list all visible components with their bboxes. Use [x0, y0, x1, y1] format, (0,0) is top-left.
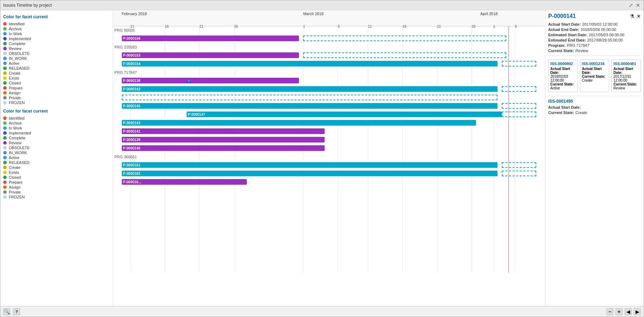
project-group-90026: PRG 90026 P-0000156 — [113, 26, 545, 43]
nav-right-button[interactable]: ▶ — [634, 308, 641, 315]
issue-card-title-902: ISS-0000902 — [550, 62, 576, 66]
issue-card-field-1-902: Actual Start Date: — [550, 67, 576, 75]
detail-label-est-start: Estimated Start Date: — [548, 33, 587, 37]
bar-p0000140[interactable]: P-0000140 — [122, 145, 325, 151]
legend-group-1: IdentifiedArchiveIn WorkImplementedCompl… — [3, 21, 110, 105]
bar-p0000142-dashed — [502, 86, 536, 92]
issue-label-1-481: Actual Start Date: — [613, 67, 633, 75]
legend-label-in-work: In Work — [9, 32, 22, 36]
issue-value-date-481: 2017/12/31 12:00:00 — [613, 75, 631, 82]
detail-divider — [548, 56, 641, 56]
bar-p0000141[interactable]: P-0000141 — [122, 128, 325, 134]
legend-dot-archive — [3, 121, 7, 125]
issue-card-902[interactable]: ISS-0000902 Actual Start Date: 2018/02/0… — [548, 59, 578, 92]
bar-p0000153[interactable]: P-0000153 — [122, 52, 299, 58]
detail-value-est-start: 2017/05/03 08:00:00 — [589, 33, 624, 37]
issue-card-481[interactable]: ISS-0000481 Actual Start Date: 2017/12/3… — [611, 59, 641, 92]
iss-1495-label-start: Actual Start Date: — [548, 105, 581, 109]
window-title: Issues Timeline by project — [3, 3, 52, 8]
detail-panel: P-0000141 ⚗ ✕ Actual Start Date: 2017/05… — [545, 10, 644, 306]
legend-dot-in_work — [3, 151, 7, 154]
legend-dot-obsolete — [3, 146, 7, 150]
filter-icon[interactable]: ⚗ — [630, 13, 634, 19]
milestone-dot-p138 — [187, 79, 190, 82]
iss-1495-title[interactable]: ISS-0001495 — [548, 99, 641, 104]
issue-label-1-1234: Actual Start Date: — [582, 67, 602, 75]
legend-dot-assign — [3, 91, 7, 95]
legend-item-implemented: Implemented — [3, 36, 110, 41]
search-button[interactable]: 🔍 — [3, 308, 10, 315]
bar-p0000154[interactable]: P-0000154 — [122, 61, 498, 66]
iss-1495-field-start: Actual Start Date: — [548, 105, 641, 109]
bar-dashed-empty-1 — [122, 95, 498, 100]
legend-dot-private — [3, 190, 7, 194]
legend-dot-closed — [3, 81, 7, 85]
issue-value-state-1234: Create — [582, 78, 593, 82]
legend-label-closed: Closed — [9, 81, 21, 85]
legend-dot-create — [3, 71, 7, 75]
timeline-header: February 2018 March 2018 April 2018 11 1… — [113, 10, 545, 26]
legend-item-assign: Assign — [3, 90, 110, 95]
legend-dot-active — [3, 62, 7, 65]
legend-item-active: Active — [3, 155, 110, 160]
issue-card-1234[interactable]: ISS-0001234 Actual Start Date: Current S… — [580, 59, 609, 92]
bar-p0000143[interactable]: P-0000143 — [122, 120, 476, 126]
legend-item-in_work: IN_WORK — [3, 150, 110, 155]
legend-item-exists: Exists — [3, 76, 110, 81]
detail-field-actual-end: Actual End Date: 2018/03/06 05:00:00 — [548, 27, 641, 32]
detail-divider-2 — [548, 96, 641, 96]
bar-p0000138[interactable]: P-0000138 — [122, 78, 299, 83]
legend-label-assign: Assign — [9, 185, 20, 189]
detail-controls: ⚗ ✕ — [630, 13, 641, 19]
chart-area: February 2018 March 2018 April 2018 11 1… — [113, 10, 545, 306]
bar-p0000161[interactable]: P-0000161 — [122, 162, 498, 168]
zoom-out-button[interactable]: − — [606, 308, 613, 315]
legend-label-frozen: FROZEN — [9, 101, 25, 105]
bar-p0000163[interactable]: P-000016... — [122, 179, 247, 185]
detail-field-est-end: Estimated End Date: 2017/08/28 05:00:00 — [548, 38, 641, 42]
legend-item-prepare: Prepare — [3, 180, 110, 185]
bar-p0000156-dashed — [303, 36, 506, 41]
chart-body[interactable]: PRG 90026 P-0000156 PRG 235583 P-0000153 — [113, 26, 545, 306]
bar-p0000147-dashed — [502, 112, 536, 117]
issue-card-title-481: ISS-0000481 — [613, 62, 639, 66]
close-button[interactable]: ✕ — [635, 2, 641, 8]
legend-item-in-work: In Work — [3, 31, 110, 36]
legend-item-exists: Exists — [3, 170, 110, 175]
detail-value-actual-start: 2017/05/02 12:00:00 — [582, 22, 618, 26]
issue-card-state-val-1234: Create — [582, 78, 607, 82]
detail-field-actual-start: Actual Start Date: 2017/05/02 12:00:00 — [548, 22, 641, 26]
bar-p0000142[interactable]: P-0000142 — [122, 86, 498, 92]
bar-row-p154: P-0000154 — [113, 59, 545, 68]
issue-card-title-1234: ISS-0001234 — [582, 62, 607, 66]
detail-close-icon[interactable]: ✕ — [637, 13, 641, 19]
legend-dot-obsolete — [3, 52, 7, 55]
bar-p0000162[interactable]: P-0000162 — [122, 171, 498, 176]
legend-dot-closed — [3, 176, 7, 179]
bar-row-p156: P-0000156 — [113, 34, 545, 43]
legend-dot-exists — [3, 171, 7, 174]
detail-label-est-end: Estimated End Date: — [548, 38, 586, 42]
bar-row-p153: P-0000153 — [113, 51, 545, 59]
maximize-button[interactable]: ⤢ — [628, 2, 634, 8]
bar-p0000156[interactable]: P-0000156 — [122, 36, 299, 41]
bar-row-p138: P-0000138 — [113, 76, 545, 85]
bar-row-p140: P-0000140 — [113, 144, 545, 152]
legend-item-obsolete: OBSOLETE — [3, 51, 110, 56]
help-button[interactable]: ? — [13, 308, 20, 315]
legend-label-prepare: Prepare — [9, 86, 23, 90]
bar-row-p145: P-0000145 — [113, 102, 545, 110]
nav-left-button[interactable]: ◀ — [625, 308, 632, 315]
issue-card-field-2-481: 2017/12/31 12:00:00 — [613, 75, 639, 82]
legend-item-obsolete: OBSOLETE — [3, 145, 110, 150]
legend-dot-identified — [3, 116, 7, 120]
legend-group-2: IdentifiedArchiveIn WorkImplementedCompl… — [3, 116, 110, 199]
bar-p0000139[interactable]: P-0000139 — [122, 137, 325, 142]
detail-header: P-0000141 ⚗ ✕ — [548, 13, 641, 19]
zoom-in-button[interactable]: + — [615, 308, 623, 315]
bar-p0000147[interactable]: P-0000147 — [187, 112, 502, 117]
legend-item-complete: Complete — [3, 135, 110, 140]
detail-label-program: Program: — [548, 43, 565, 47]
detail-label-state: Current State: — [548, 49, 574, 53]
bar-p0000145[interactable]: P-0000145 — [122, 103, 498, 109]
